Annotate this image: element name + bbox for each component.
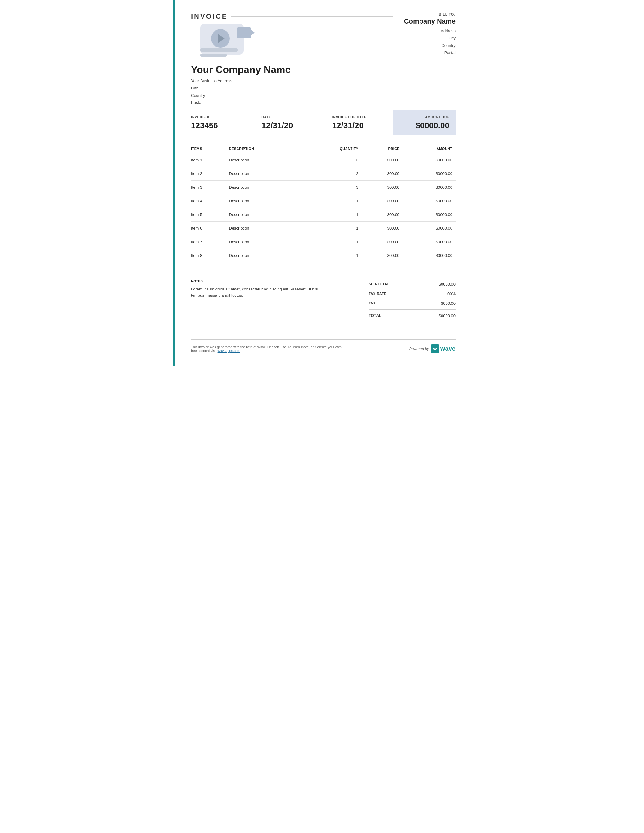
col-header-price: PRICE bbox=[361, 144, 402, 153]
cell-desc-6: Description bbox=[229, 235, 304, 249]
tax-label: TAX bbox=[369, 301, 376, 305]
company-postal: Postal bbox=[191, 99, 393, 106]
subtotal-row: SUB-TOTAL $0000.00 bbox=[369, 279, 456, 289]
cell-price-5: $00.00 bbox=[361, 221, 402, 235]
powered-by-text: Powered by bbox=[409, 347, 429, 351]
bill-to-label: BILL TO: bbox=[393, 13, 456, 16]
notes-label: NOTES: bbox=[191, 279, 323, 283]
subtotal-label: SUB-TOTAL bbox=[369, 282, 390, 286]
cell-amount-3: $0000.00 bbox=[403, 194, 456, 207]
meta-invoice-number: INVOICE # 123456 bbox=[191, 110, 252, 135]
cell-price-2: $00.00 bbox=[361, 180, 402, 194]
tax-value: $000.00 bbox=[441, 301, 456, 306]
tax-rate-label: TAX RATE bbox=[369, 292, 386, 296]
cell-amount-2: $0000.00 bbox=[403, 180, 456, 194]
tax-rate-row: TAX RATE 00% bbox=[369, 289, 456, 299]
wave-branding: Powered by w wave bbox=[409, 344, 456, 353]
cell-amount-5: $0000.00 bbox=[403, 221, 456, 235]
wave-label: wave bbox=[440, 345, 456, 352]
cell-qty-0: 3 bbox=[304, 153, 361, 167]
company-name: Your Company Name bbox=[191, 64, 393, 76]
company-country: Country bbox=[191, 92, 393, 99]
cell-desc-4: Description bbox=[229, 207, 304, 221]
cell-amount-4: $0000.00 bbox=[403, 207, 456, 221]
table-row: Item 5 Description 1 $00.00 $0000.00 bbox=[191, 207, 456, 221]
invoice-meta: INVOICE # 123456 DATE 12/31/20 INVOICE D… bbox=[191, 109, 456, 135]
cell-price-3: $00.00 bbox=[361, 194, 402, 207]
bill-to-section: BILL TO: Company Name Address City Count… bbox=[393, 13, 456, 56]
cell-qty-3: 1 bbox=[304, 194, 361, 207]
bill-to-postal: Postal bbox=[393, 49, 456, 56]
col-header-description: DESCRIPTION bbox=[229, 144, 304, 153]
table-row: Item 2 Description 2 $00.00 $0000.00 bbox=[191, 167, 456, 180]
bill-to-country: Country bbox=[393, 42, 456, 49]
items-table: ITEMS DESCRIPTION QUANTITY PRICE AMOUNT … bbox=[191, 144, 456, 262]
footer-note: This invoice was generated with the help… bbox=[191, 345, 346, 352]
bill-to-address-block: Address City Country Postal bbox=[393, 27, 456, 56]
date-label: DATE bbox=[261, 116, 316, 119]
accent-bar bbox=[173, 0, 175, 366]
tax-rate-value: 00% bbox=[448, 291, 456, 296]
table-row: Item 4 Description 1 $00.00 $0000.00 bbox=[191, 194, 456, 207]
cell-qty-2: 3 bbox=[304, 180, 361, 194]
cell-qty-1: 2 bbox=[304, 167, 361, 180]
logo-area bbox=[191, 24, 259, 61]
invoice-number-label: INVOICE # bbox=[191, 116, 246, 119]
cell-amount-7: $0000.00 bbox=[403, 249, 456, 262]
subtotal-value: $0000.00 bbox=[439, 282, 456, 286]
cell-price-6: $00.00 bbox=[361, 235, 402, 249]
table-row: Item 3 Description 3 $00.00 $0000.00 bbox=[191, 180, 456, 194]
company-address-block: Your Business Address City Country Posta… bbox=[191, 77, 393, 106]
cell-item-3: Item 4 bbox=[191, 194, 229, 207]
company-city: City bbox=[191, 84, 393, 92]
cell-item-0: Item 1 bbox=[191, 153, 229, 167]
bill-to-company: Company Name bbox=[393, 18, 456, 26]
invoice-title-text: INVOICE bbox=[191, 13, 228, 21]
wave-logo: w wave bbox=[431, 344, 456, 353]
table-row: Item 7 Description 1 $00.00 $0000.00 bbox=[191, 235, 456, 249]
cell-qty-4: 1 bbox=[304, 207, 361, 221]
notes-block: NOTES: Lorem ipsum dolor sit amet, conse… bbox=[191, 279, 323, 299]
cell-desc-0: Description bbox=[229, 153, 304, 167]
cell-price-4: $00.00 bbox=[361, 207, 402, 221]
header-section: INVOICE Your Company Name Your Business … bbox=[191, 13, 456, 106]
cell-qty-7: 1 bbox=[304, 249, 361, 262]
invoice-page: INVOICE Your Company Name Your Business … bbox=[173, 0, 471, 366]
cell-price-1: $00.00 bbox=[361, 167, 402, 180]
footer-section: NOTES: Lorem ipsum dolor sit amet, conse… bbox=[191, 272, 456, 321]
footer-link[interactable]: waveapps.com bbox=[218, 349, 240, 352]
due-date-label: INVOICE DUE DATE bbox=[332, 116, 387, 119]
bottom-footer: This invoice was generated with the help… bbox=[191, 339, 456, 353]
amount-due-value: $0000.00 bbox=[399, 121, 449, 130]
meta-amount-due: AMOUNT DUE $0000.00 bbox=[393, 110, 456, 135]
total-label: TOTAL bbox=[369, 314, 381, 318]
cell-item-2: Item 3 bbox=[191, 180, 229, 194]
notes-text: Lorem ipsum dolor sit amet, consectetur … bbox=[191, 286, 323, 299]
cell-amount-1: $0000.00 bbox=[403, 167, 456, 180]
cell-desc-7: Description bbox=[229, 249, 304, 262]
amount-due-label: AMOUNT DUE bbox=[399, 116, 449, 119]
title-divider bbox=[231, 16, 393, 17]
cell-desc-1: Description bbox=[229, 167, 304, 180]
table-row: Item 6 Description 1 $00.00 $0000.00 bbox=[191, 221, 456, 235]
meta-due-date: INVOICE DUE DATE 12/31/20 bbox=[323, 110, 393, 135]
footer-note-text: This invoice was generated with the help… bbox=[191, 345, 341, 352]
cell-desc-2: Description bbox=[229, 180, 304, 194]
cell-qty-5: 1 bbox=[304, 221, 361, 235]
cell-item-4: Item 5 bbox=[191, 207, 229, 221]
cell-amount-6: $0000.00 bbox=[403, 235, 456, 249]
cell-price-7: $00.00 bbox=[361, 249, 402, 262]
logo-line2 bbox=[200, 54, 227, 57]
table-row: Item 8 Description 1 $00.00 $0000.00 bbox=[191, 249, 456, 262]
bill-to-address: Address bbox=[393, 27, 456, 34]
tax-row: TAX $000.00 bbox=[369, 299, 456, 308]
table-header-row: ITEMS DESCRIPTION QUANTITY PRICE AMOUNT bbox=[191, 144, 456, 153]
company-address: Your Business Address bbox=[191, 77, 393, 84]
bill-to-city: City bbox=[393, 34, 456, 42]
logo-cam-icon bbox=[237, 27, 251, 38]
date-value: 12/31/20 bbox=[261, 121, 316, 130]
logo-line1 bbox=[200, 48, 238, 51]
col-header-quantity: QUANTITY bbox=[304, 144, 361, 153]
cell-item-1: Item 2 bbox=[191, 167, 229, 180]
header-left: INVOICE Your Company Name Your Business … bbox=[191, 13, 393, 106]
